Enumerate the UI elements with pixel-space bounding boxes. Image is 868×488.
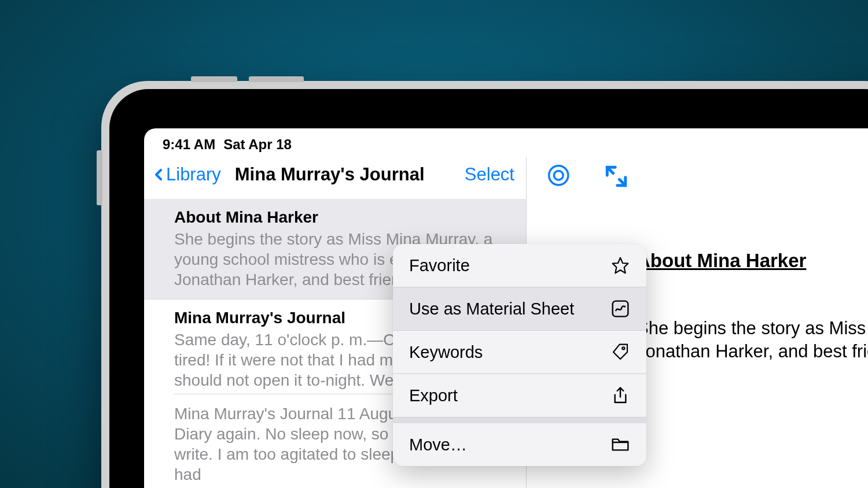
folder-icon — [610, 435, 630, 454]
back-button[interactable]: Library — [152, 164, 221, 185]
menu-label: Use as Material Sheet — [409, 300, 574, 319]
menu-favorite[interactable]: Favorite — [393, 244, 646, 287]
chevron-left-icon — [152, 164, 166, 185]
menu-keywords[interactable]: Keywords — [393, 331, 646, 374]
list-item-title: About Mina Harker — [174, 208, 496, 227]
svg-point-1 — [554, 171, 563, 180]
svg-marker-4 — [613, 258, 628, 273]
menu-material-sheet[interactable]: Use as Material Sheet — [393, 287, 646, 331]
menu-export[interactable]: Export — [393, 374, 646, 417]
svg-point-0 — [549, 166, 568, 185]
star-icon — [610, 256, 630, 275]
status-bar: 9:41 AM Sat Apr 18 — [144, 128, 868, 157]
share-icon — [610, 386, 630, 405]
volume-button — [191, 76, 237, 82]
back-label: Library — [166, 164, 221, 185]
tag-icon — [610, 342, 630, 362]
svg-point-6 — [622, 347, 624, 349]
volume-button — [249, 76, 304, 82]
nav-header: Library Mina Murray's Journal Select — [144, 157, 526, 199]
search-icon[interactable] — [547, 164, 572, 188]
context-menu: Favorite Use as Material Sheet Keywords — [393, 244, 646, 466]
menu-move[interactable]: Move… — [393, 417, 646, 466]
device-bezel: 9:41 AM Sat Apr 18 Library Mina Murray's… — [109, 89, 868, 488]
document-line: She begins the story as Miss Mina Murray… — [637, 317, 868, 340]
scribble-square-icon — [610, 299, 630, 319]
document-line: Jonathan Harker, and best friends with — [637, 340, 868, 363]
status-time: 9:41 AM — [163, 136, 215, 153]
menu-label: Favorite — [409, 256, 470, 275]
ipad-device-frame: 9:41 AM Sat Apr 18 Library Mina Murray's… — [101, 81, 868, 488]
nav-title: Mina Murray's Journal — [235, 164, 425, 185]
select-button[interactable]: Select — [465, 164, 514, 185]
screen: 9:41 AM Sat Apr 18 Library Mina Murray's… — [144, 128, 868, 488]
side-button — [97, 150, 102, 205]
svg-rect-5 — [613, 301, 628, 317]
status-date: Sat Apr 18 — [223, 136, 292, 153]
menu-label: Keywords — [409, 343, 483, 362]
expand-icon[interactable] — [604, 164, 628, 188]
menu-label: Move… — [409, 435, 467, 454]
detail-toolbar — [547, 157, 868, 200]
menu-label: Export — [409, 386, 458, 405]
